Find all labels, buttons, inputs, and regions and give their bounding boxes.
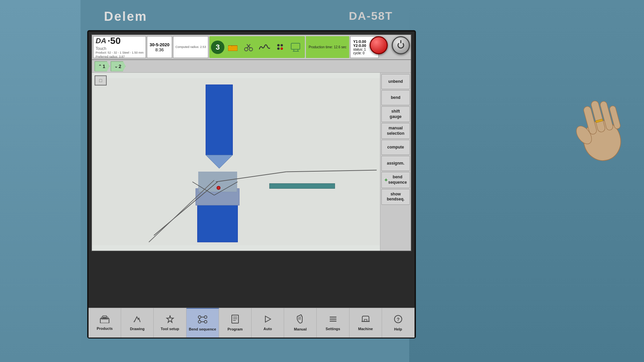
manual-selection-btn[interactable]: manualselection: [381, 123, 410, 139]
right-sidebar: unbend bend shiftgauge manualselection c…: [380, 73, 411, 251]
folder-btn[interactable]: [225, 39, 240, 56]
bend-sequence-icon: [198, 315, 208, 326]
bend-sequence-nav-label: Bend sequence: [189, 327, 216, 331]
help-label: Help: [394, 327, 402, 331]
viewport-expand-btn[interactable]: □: [95, 75, 107, 85]
svg-point-38: [204, 320, 207, 323]
bend-sequence-btn[interactable]: + bendsequence: [381, 172, 410, 188]
delem-logo: Delem: [104, 9, 147, 24]
computed-radius-box: Computed radius: 2.53: [173, 36, 208, 58]
unbend-btn[interactable]: unbend: [381, 74, 410, 89]
bend-drawing: [92, 73, 380, 251]
da-number: ·50: [108, 36, 121, 46]
header-row: DA ·50 Touch Product: 52 - 32 - 1 Steel …: [92, 35, 411, 60]
time-display: 8:36: [149, 47, 170, 52]
emergency-stop-btn[interactable]: [370, 36, 388, 54]
nav-auto[interactable]: Auto: [252, 308, 284, 338]
plus-icon: +: [384, 177, 387, 184]
screen-icon-btn[interactable]: [288, 39, 303, 56]
svg-point-7: [281, 44, 283, 46]
auto-icon: [263, 315, 272, 325]
svg-rect-30: [103, 316, 107, 318]
step-num-btn[interactable]: 3: [211, 41, 224, 54]
wave-btn[interactable]: [257, 39, 272, 56]
manual-icon: [296, 314, 305, 326]
nav-help[interactable]: ? Help: [382, 308, 415, 338]
bottom-nav: Products Drawing Tool setup: [89, 308, 415, 337]
compute-btn[interactable]: compute: [381, 140, 410, 155]
svg-marker-43: [265, 316, 271, 322]
nav-program[interactable]: Program: [219, 308, 252, 338]
nav-tool-setup[interactable]: Tool setup: [154, 308, 186, 338]
drawing-icon: [133, 315, 142, 325]
product-info: Product: 52 - 32 - 1 Steel - 1.50 mm: [96, 51, 144, 55]
nav-bend-sequence[interactable]: Bend sequence: [186, 308, 219, 338]
bg-left: [0, 0, 80, 362]
svg-text:?: ?: [397, 317, 400, 322]
svg-rect-39: [232, 315, 238, 323]
svg-marker-31: [167, 315, 173, 322]
svg-point-34: [204, 316, 207, 318]
settings-label: Settings: [326, 327, 340, 331]
viewport-area: □: [92, 73, 380, 251]
help-icon: ?: [394, 314, 402, 326]
nav-machine[interactable]: Machine: [350, 308, 382, 338]
settings-icon: [328, 315, 338, 325]
svg-point-32: [198, 316, 201, 318]
step-2[interactable]: ⌄ 2: [111, 61, 126, 71]
tool-setup-icon: [165, 315, 175, 325]
svg-rect-26: [269, 183, 335, 188]
main-content: □: [92, 73, 411, 251]
nav-settings[interactable]: Settings: [317, 308, 349, 338]
power-btn[interactable]: [392, 36, 410, 54]
svg-point-8: [277, 47, 280, 50]
scissors-btn[interactable]: [241, 39, 256, 56]
auto-label: Auto: [264, 327, 272, 331]
products-icon: [100, 315, 109, 325]
nav-drawing[interactable]: Drawing: [121, 308, 154, 338]
datetime-box: 30-5-2020 8:36: [147, 36, 172, 58]
svg-rect-17: [198, 202, 238, 242]
svg-rect-1: [228, 46, 232, 48]
da-info-box: DA ·50 Touch Product: 52 - 32 - 1 Steel …: [93, 36, 146, 58]
step2-arrow: ⌄: [114, 64, 118, 69]
nav-manual[interactable]: Manual: [284, 308, 317, 338]
da-prefix: DA: [96, 37, 106, 45]
machine-label: Machine: [358, 327, 373, 331]
show-bendseq-btn[interactable]: showbendseq.: [381, 189, 410, 205]
circle-buttons: [370, 36, 410, 54]
svg-point-36: [198, 320, 201, 323]
step2-num: 2: [119, 64, 121, 69]
drawing-label: Drawing: [130, 327, 145, 331]
svg-point-25: [217, 186, 220, 189]
nav-products[interactable]: Products: [89, 308, 121, 338]
machine-icon: [361, 315, 370, 325]
steps-row: ⌃ 1 ⌄ 2: [92, 60, 411, 73]
svg-rect-15: [206, 85, 233, 155]
viewport-expand-icon: □: [99, 78, 102, 83]
model-label: DA-58T: [349, 9, 393, 22]
date-display: 30-5-2020: [149, 42, 170, 47]
svg-point-9: [281, 47, 283, 50]
svg-rect-10: [291, 43, 300, 49]
toolbar-green: 3: [209, 36, 305, 58]
bg-right: [409, 0, 644, 362]
step1-num: 1: [103, 64, 105, 69]
full-wrapper: Delem DA-58T DA ·50 Touch Product: 52 - …: [0, 0, 644, 362]
program-label: Program: [227, 327, 243, 331]
step1-arrow: ⌃: [98, 64, 102, 69]
screen-panel: DA ·50 Touch Product: 52 - 32 - 1 Steel …: [91, 34, 412, 251]
step-1[interactable]: ⌃ 1: [95, 61, 110, 71]
program-icon: [231, 314, 239, 326]
shift-gauge-btn[interactable]: shiftgauge: [381, 106, 410, 122]
assignm-btn[interactable]: assignm.: [381, 156, 410, 171]
svg-point-6: [277, 44, 280, 46]
da-touch: Touch: [96, 46, 144, 51]
dots-btn[interactable]: [273, 39, 287, 56]
products-label: Products: [97, 326, 113, 330]
radius-info: Preferred radius: 3.87: [96, 55, 144, 59]
controller-body: DA ·50 Touch Product: 52 - 32 - 1 Steel …: [87, 30, 416, 339]
production-time-box: Production time: 12.6 sec: [306, 36, 349, 58]
bend-btn[interactable]: bend: [381, 90, 410, 105]
computed-radius: Computed radius: 2.53: [175, 45, 206, 49]
